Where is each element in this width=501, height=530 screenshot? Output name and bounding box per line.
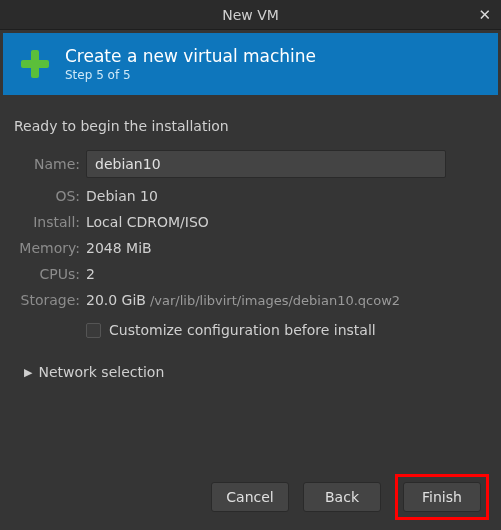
value-memory: 2048 MiB bbox=[86, 240, 446, 256]
name-input[interactable] bbox=[86, 150, 446, 178]
window-title: New VM bbox=[222, 7, 279, 23]
label-cpus: CPUs: bbox=[12, 266, 80, 282]
label-name: Name: bbox=[12, 156, 80, 172]
banner-text: Create a new virtual machine Step 5 of 5 bbox=[65, 46, 316, 82]
wizard-banner: Create a new virtual machine Step 5 of 5 bbox=[3, 33, 498, 95]
vm-plus-icon bbox=[17, 46, 53, 82]
finish-button[interactable]: Finish bbox=[403, 482, 481, 512]
cancel-button[interactable]: Cancel bbox=[211, 482, 289, 512]
customize-row[interactable]: Customize configuration before install bbox=[86, 322, 489, 338]
label-storage: Storage: bbox=[12, 292, 80, 308]
banner-title: Create a new virtual machine bbox=[65, 46, 316, 66]
value-storage: 20.0 GiB/var/lib/libvirt/images/debian10… bbox=[86, 292, 446, 308]
back-button[interactable]: Back bbox=[303, 482, 381, 512]
chevron-right-icon: ▶ bbox=[24, 366, 32, 379]
ready-text: Ready to begin the installation bbox=[12, 118, 489, 134]
svg-rect-1 bbox=[21, 60, 49, 68]
storage-path: /var/lib/libvirt/images/debian10.qcow2 bbox=[150, 293, 400, 308]
value-cpus: 2 bbox=[86, 266, 446, 282]
storage-size: 20.0 GiB bbox=[86, 292, 146, 308]
label-os: OS: bbox=[12, 188, 80, 204]
network-selection-expander[interactable]: ▶ Network selection bbox=[12, 364, 489, 380]
titlebar: New VM ✕ bbox=[0, 0, 501, 30]
label-memory: Memory: bbox=[12, 240, 80, 256]
label-install: Install: bbox=[12, 214, 80, 230]
customize-checkbox[interactable] bbox=[86, 323, 101, 338]
network-selection-label: Network selection bbox=[38, 364, 164, 380]
customize-label: Customize configuration before install bbox=[109, 322, 376, 338]
summary-fields: Name: OS: Debian 10 Install: Local CDROM… bbox=[12, 150, 489, 308]
close-icon[interactable]: ✕ bbox=[478, 6, 491, 24]
footer-buttons: Cancel Back Finish bbox=[211, 474, 489, 520]
value-install: Local CDROM/ISO bbox=[86, 214, 446, 230]
content: Ready to begin the installation Name: OS… bbox=[0, 98, 501, 380]
banner-step: Step 5 of 5 bbox=[65, 68, 316, 82]
value-os: Debian 10 bbox=[86, 188, 446, 204]
finish-highlight: Finish bbox=[395, 474, 489, 520]
